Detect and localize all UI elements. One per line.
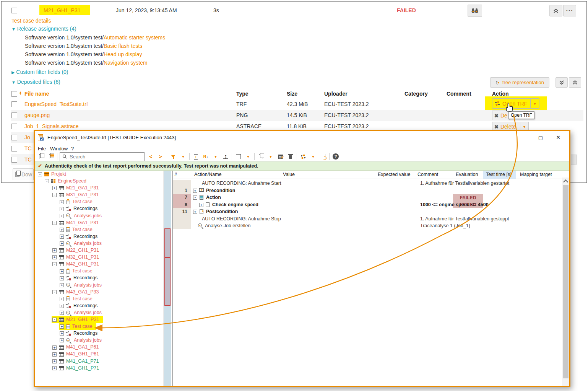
- report-header-mapping[interactable]: Mapping target: [520, 172, 552, 177]
- expand-all-icon[interactable]: ↕: [192, 152, 200, 161]
- expander-icon[interactable]: [193, 189, 197, 193]
- table-scrollbar[interactable]: [562, 178, 569, 386]
- file-name-link[interactable]: TC: [24, 145, 32, 152]
- tree-item-label[interactable]: Test case: [72, 296, 93, 301]
- expand-to-result-icon[interactable]: R↕: [202, 152, 210, 161]
- release-item-link[interactable]: Automatic starter systems: [104, 34, 165, 41]
- tree-item[interactable]: M41_GH1_P71: [36, 365, 162, 371]
- tree-item-label[interactable]: M41_GH1_P61: [66, 351, 99, 357]
- file-row-checkbox[interactable]: [11, 135, 17, 140]
- expander-icon[interactable]: [52, 352, 57, 357]
- more-actions-button[interactable]: [563, 5, 576, 16]
- tree-item-highlighted[interactable]: M21_GH1_P31: [36, 316, 162, 323]
- tree-item-label[interactable]: Recordings: [73, 234, 97, 239]
- tree-item-label[interactable]: M21_GA1_P31: [66, 185, 99, 191]
- expander-icon[interactable]: [52, 366, 57, 370]
- tree-item-label[interactable]: M32_GH1_P31: [66, 254, 99, 260]
- tree-item-label[interactable]: Recordings: [73, 275, 97, 280]
- expander-icon[interactable]: [193, 210, 197, 214]
- tree-item-label[interactable]: Analysis jobs: [74, 337, 102, 343]
- expander-icon[interactable]: [60, 235, 64, 239]
- tree-item-label[interactable]: M42_GH1_P31: [66, 261, 99, 267]
- tree-item[interactable]: Analysis jobs: [36, 212, 162, 219]
- expander-icon[interactable]: [60, 228, 64, 232]
- menu-window[interactable]: Window: [50, 146, 68, 152]
- run-checkbox[interactable]: [11, 8, 17, 13]
- tree-item[interactable]: Recordings: [36, 330, 162, 337]
- tree-item-label[interactable]: M41_GA1_P61: [66, 344, 99, 350]
- search-input[interactable]: [69, 153, 135, 160]
- window-close-button[interactable]: [551, 132, 565, 143]
- window-maximize-button[interactable]: [533, 132, 548, 143]
- files-header-file-name[interactable]: File name: [24, 91, 49, 97]
- tree-item-highlighted[interactable]: Test case: [36, 323, 162, 330]
- window-titlebar[interactable]: EngineSpeed_TestSuite.trf [TEST-GUIDE Ex…: [35, 131, 569, 144]
- file-name-link[interactable]: gauge.png: [24, 112, 50, 118]
- expander-icon[interactable]: [52, 186, 57, 190]
- collapse-files-button[interactable]: [569, 77, 581, 88]
- release-item-link[interactable]: Navigation system: [104, 60, 147, 66]
- tree-item[interactable]: Analysis jobs: [36, 309, 162, 316]
- tree-representation-button[interactable]: tree representation: [490, 77, 549, 88]
- expander-icon[interactable]: [60, 241, 64, 246]
- tree-item-label[interactable]: M41_GA1_P71: [66, 358, 99, 364]
- expander-icon[interactable]: [52, 345, 57, 350]
- tree-item-label[interactable]: Analysis jobs: [74, 282, 102, 288]
- tree-item-label[interactable]: Projekt: [51, 171, 66, 177]
- expander-icon[interactable]: [60, 311, 64, 315]
- expander-icon[interactable]: [60, 207, 64, 211]
- delete-dropdown-button-fragment[interactable]: [571, 155, 577, 165]
- collapse-all-button[interactable]: [549, 5, 562, 16]
- view-mode-icon[interactable]: [234, 152, 242, 161]
- report-header-comment[interactable]: Comment: [417, 172, 438, 177]
- report-row[interactable]: 8 Check engine speed 1000 <= engine spee…: [172, 201, 570, 209]
- file-row-checkbox[interactable]: [11, 124, 17, 129]
- tree-item[interactable]: M31_GA1_P31: [36, 191, 162, 198]
- release-item-link[interactable]: Basic flash tests: [104, 43, 142, 49]
- tree-item[interactable]: M41_GH1_P61: [36, 350, 162, 357]
- export-report-icon[interactable]: [319, 152, 327, 161]
- expander-icon[interactable]: [60, 331, 64, 336]
- expand-files-button[interactable]: [556, 77, 568, 88]
- report-row[interactable]: 1 Precondition 0.002: [172, 187, 570, 194]
- open-trf-dropdown-button[interactable]: [531, 98, 539, 109]
- expander-icon[interactable]: [193, 196, 197, 200]
- filter-icon[interactable]: [169, 152, 177, 161]
- tree-item[interactable]: Recordings: [36, 302, 162, 309]
- expander-icon[interactable]: [60, 338, 64, 342]
- tree-item-label[interactable]: M43_GA1_P33: [66, 289, 99, 295]
- tree-item-label[interactable]: M22_GH1_P31: [66, 248, 99, 253]
- report-header-test-time[interactable]: Test time [s]: [486, 172, 512, 177]
- expander-icon[interactable]: [60, 297, 64, 301]
- tree-item[interactable]: Recordings: [36, 233, 162, 240]
- tree-item[interactable]: Recordings: [36, 274, 162, 281]
- tree-item-label[interactable]: M41_GA1_P31: [66, 220, 99, 225]
- filter-dropdown-icon[interactable]: [179, 152, 187, 161]
- report-header-expected[interactable]: Expected value: [378, 172, 410, 177]
- menu-help[interactable]: ?: [71, 146, 74, 152]
- report-row[interactable]: AUTO RECORDING: Aufnahme Stop 1. Aufnahm…: [172, 215, 570, 223]
- expander-icon[interactable]: [60, 276, 64, 280]
- previous-result-icon[interactable]: <: [147, 152, 154, 161]
- trf-dots-icon[interactable]: [299, 152, 307, 161]
- delete-file-button[interactable]: De: [492, 111, 510, 120]
- table-settings-icon[interactable]: [277, 152, 284, 161]
- tree-item-label[interactable]: Test case: [72, 268, 93, 274]
- scroll-up-icon[interactable]: [563, 179, 568, 184]
- tree-item[interactable]: M41_GA1_P71: [36, 358, 162, 365]
- expand-dropdown-icon[interactable]: [212, 152, 219, 161]
- open-trf-button[interactable]: Open TRF: [492, 98, 531, 109]
- tree-item[interactable]: Analysis jobs: [36, 337, 162, 344]
- custom-filter-fields-section-header[interactable]: Custom filter fields (0): [11, 69, 68, 75]
- tree-item-label[interactable]: EngineSpeed: [58, 178, 86, 184]
- help-icon[interactable]: [332, 152, 339, 161]
- scrollbar-thumb[interactable]: [563, 185, 569, 378]
- file-name-link[interactable]: TC: [24, 156, 32, 163]
- expander-icon[interactable]: [52, 262, 57, 266]
- trash-icon[interactable]: [287, 152, 294, 161]
- tree-item[interactable]: Analysis jobs: [36, 282, 162, 288]
- file-name-link[interactable]: Job_1_Signals.astrace: [24, 123, 79, 129]
- release-item-link[interactable]: Head up display: [104, 51, 142, 57]
- tree-item[interactable]: M41_GA1_P61: [36, 344, 162, 350]
- tree-item-label[interactable]: Recordings: [73, 331, 97, 336]
